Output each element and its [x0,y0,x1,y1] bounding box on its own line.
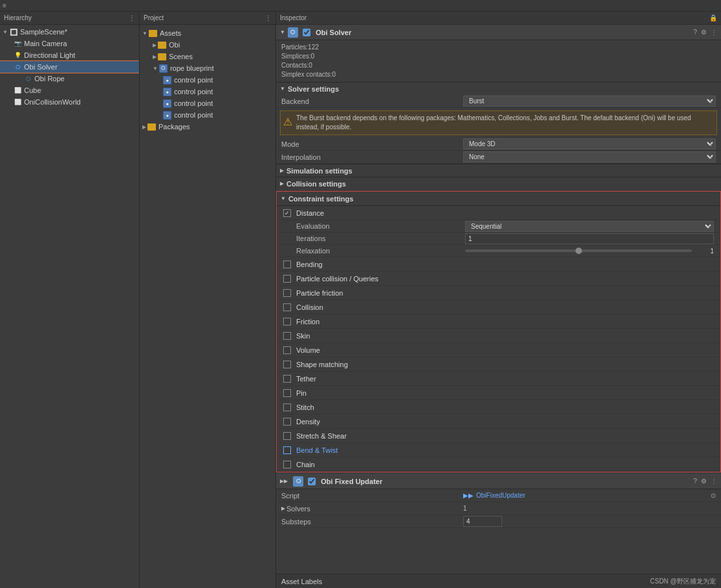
solver-settings-section[interactable]: ▼ Solver settings [276,82,721,95]
constraint-header[interactable]: ▼ Constraint settings [277,192,720,206]
constraint-particle-friction-row[interactable]: Particle friction [277,286,720,300]
onicollisionworld-label: OniCollisionWorld [24,98,81,106]
project-header: Project ⋮ [140,12,275,25]
constraint-collision-row[interactable]: Collision [277,300,720,314]
distance-checkbox[interactable] [283,209,291,217]
cp4-icon: ● [163,111,171,120]
constraint-settings-title: Constraint settings [288,195,353,203]
volume-label: Volume [296,346,320,354]
component-menu-icon[interactable]: ⋮ [711,29,717,36]
constraint-stretchshear-row[interactable]: Stretch & Shear [277,429,720,443]
hierarchy-item-onicollisionworld[interactable]: ⬜ OniCollisionWorld [0,96,139,108]
component-header-obifixedupdater[interactable]: ▶▶ ⬡ Obi Fixed Updater ? ⚙ ⋮ [276,474,721,489]
obifixedupdater-settings-icon[interactable]: ⚙ [701,478,707,485]
constraint-bendtwist-row[interactable]: Bend & Twist [277,443,720,457]
constraint-friction-row[interactable]: Friction [277,314,720,329]
samplescene-icon: 🔳 [9,27,18,36]
chain-checkbox[interactable] [283,461,291,468]
particle-collision-checkbox[interactable] [283,275,291,283]
simulation-settings-title: Simulation settings [286,167,352,175]
bendtwist-checkbox[interactable] [283,446,291,454]
obisolver-enabled-checkbox[interactable] [303,29,310,36]
tether-label: Tether [296,375,316,383]
density-checkbox[interactable] [283,418,291,426]
hierarchy-item-directionallight[interactable]: 💡 Directional Light [0,49,139,61]
tether-checkbox[interactable] [283,375,291,383]
component-settings-icon[interactable]: ⚙ [701,29,707,36]
evaluation-dropdown[interactable]: Sequential Parallel [465,221,714,232]
component-actions: ? ⚙ ⋮ [693,29,717,36]
collision-settings-section[interactable]: ▶ Collision settings [276,177,721,190]
constraint-skin-row[interactable]: Skin [277,329,720,343]
component-header-left: ▼ ⬡ Obi Solver [280,27,351,38]
obisolver-label: Obi Solver [24,63,57,71]
hierarchy-item-samplescene[interactable]: ▼ 🔳 SampleScene* [0,26,139,38]
constraint-bending-row[interactable]: Bending [277,257,720,272]
substeps-input[interactable] [463,516,502,527]
simulation-settings-section[interactable]: ▶ Simulation settings [276,164,721,177]
project-item-obi[interactable]: ▶ Obi [140,39,275,51]
constraint-volume-row[interactable]: Volume [277,343,720,357]
project-item-ropeblueprint[interactable]: ▼ ⬡ rope blueprint [140,62,275,74]
collision-settings-arrow: ▶ [280,181,284,186]
constraint-density-row[interactable]: Density [277,415,720,429]
scenes-label: Scenes [169,53,193,60]
friction-checkbox[interactable] [283,318,291,326]
skin-checkbox[interactable] [283,332,291,340]
script-value-container: ▶▶ ObiFixedUpdater ⊙ [463,492,716,499]
hierarchy-item-obisolver[interactable]: ⬡ Obi Solver [0,61,139,73]
project-item-packages[interactable]: ▶ Packages [140,121,275,133]
bending-checkbox[interactable] [283,261,291,268]
collision-checkbox[interactable] [283,303,291,311]
hierarchy-item-maincamera[interactable]: 📷 Main Camera [0,38,139,49]
project-item-assets[interactable]: ▼ Assets [140,27,275,39]
component-header-obisolver[interactable]: ▼ ⬡ Obi Solver ? ⚙ ⋮ [276,25,721,40]
constraint-tether-row[interactable]: Tether [277,372,720,386]
iterations-row: Iterations [277,233,720,245]
assets-folder-icon [149,30,157,37]
stitch-checkbox[interactable] [283,403,291,411]
project-item-cp1[interactable]: ● control point [140,74,275,86]
obi-label: Obi [169,41,180,49]
backend-dropdown[interactable]: Burst Oni [463,96,716,107]
inspector-lock-icon[interactable]: 🔒 [709,14,717,21]
asset-labels-text: Asset Labels [281,578,322,585]
script-target-icon[interactable]: ⊙ [711,492,716,499]
backend-row: Backend Burst Oni [276,95,721,108]
particle-friction-checkbox[interactable] [283,289,291,297]
help-icon[interactable]: ? [693,29,697,36]
stitch-label: Stitch [296,403,314,411]
project-item-cp2[interactable]: ● control point [140,86,275,97]
stretchshear-checkbox[interactable] [283,432,291,440]
volume-checkbox[interactable] [283,346,291,354]
hierarchy-item-obirope[interactable]: ⬡ Obi Rope [0,73,139,84]
pin-checkbox[interactable] [283,389,291,397]
script-value[interactable]: ObiFixedUpdater [476,492,525,499]
shapematching-checkbox[interactable] [283,361,291,368]
project-item-cp3[interactable]: ● control point [140,97,275,109]
project-item-scenes[interactable]: ▶ Scenes [140,51,275,62]
collision-label: Collision [296,303,323,311]
constraint-pin-row[interactable]: Pin [277,386,720,400]
asset-labels-bar: Asset Labels CSDN @野区捕龙为宠 [276,574,721,588]
constraint-distance-row[interactable]: Distance [277,206,720,220]
iterations-input[interactable] [465,233,714,244]
constraint-chain-row[interactable]: Chain [277,457,720,472]
project-item-cp4[interactable]: ● control point [140,109,275,121]
obifixedupdater-enabled-checkbox[interactable] [308,478,316,485]
interpolation-dropdown[interactable]: None Interpolate [463,151,716,162]
obifixedupdater-menu-icon[interactable]: ⋮ [711,478,717,485]
mode-dropdown-container: Mode 3D Mode 2D [463,138,716,149]
constraint-shapematching-row[interactable]: Shape matching [277,357,720,372]
constraint-stitch-row[interactable]: Stitch [277,400,720,415]
light-icon: 💡 [13,51,22,60]
hierarchy-item-cube[interactable]: ⬜ Cube [0,84,139,96]
evaluation-label: Evaluation [296,222,465,230]
inspector-panel: Inspector 🔒 ▼ ⬡ Obi Solver ? ⚙ [276,12,721,588]
relaxation-slider[interactable] [465,249,692,252]
project-menu-icon[interactable]: ⋮ [265,14,272,21]
hierarchy-menu-icon[interactable]: ⋮ [129,14,135,21]
constraint-particle-collision-row[interactable]: Particle collision / Queries [277,272,720,286]
mode-dropdown[interactable]: Mode 3D Mode 2D [463,138,716,149]
obifixedupdater-help-icon[interactable]: ? [693,478,697,485]
